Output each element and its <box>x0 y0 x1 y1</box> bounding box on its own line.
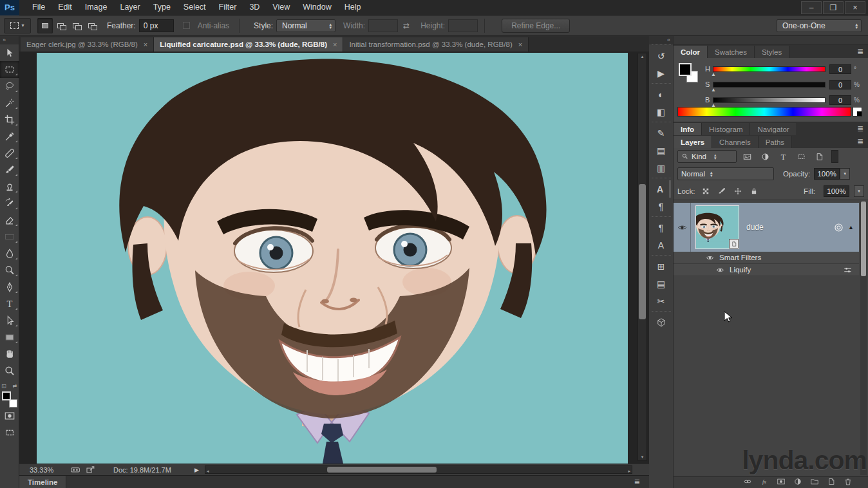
character-panel-icon[interactable]: A <box>652 180 670 198</box>
layer-filter-kind-dropdown[interactable]: Kind ▴▾ <box>677 150 737 163</box>
tab-paths[interactable]: Paths <box>759 136 792 148</box>
close-button[interactable]: × <box>845 1 865 14</box>
foreground-color-swatch[interactable] <box>679 63 692 76</box>
menu-file[interactable]: File <box>26 0 52 15</box>
crop-tool[interactable] <box>0 111 19 128</box>
add-selection-button[interactable] <box>53 18 68 33</box>
quick-mask-button[interactable] <box>0 408 19 424</box>
style-dropdown[interactable]: Normal ▴▾ <box>276 19 335 32</box>
notes-icon[interactable]: ▤ <box>652 275 670 292</box>
rectangle-shape-tool[interactable] <box>0 329 19 346</box>
canvas-area[interactable]: ▴ ▾ <box>19 52 649 464</box>
dodge-tool[interactable] <box>0 262 19 279</box>
horizontal-scrollbar[interactable]: ◂ ▸ <box>205 465 632 474</box>
lock-pixels-icon[interactable] <box>716 185 728 197</box>
close-icon[interactable]: × <box>144 41 147 48</box>
panel-menu-icon[interactable]: ≣ <box>857 137 863 146</box>
intersect-selection-button[interactable] <box>84 18 99 33</box>
subtract-selection-button[interactable] <box>68 18 84 33</box>
tab-navigator[interactable]: Navigator <box>750 123 797 135</box>
filter-type-layers-icon[interactable] <box>776 150 791 163</box>
tool-preset-picker[interactable]: ▾ <box>4 18 31 33</box>
pen-tool[interactable] <box>0 279 19 296</box>
close-icon[interactable]: × <box>518 41 522 48</box>
magic-wand-tool[interactable] <box>0 95 19 111</box>
vertical-scrollbar[interactable]: ▴ ▾ <box>637 53 647 461</box>
close-icon[interactable]: × <box>333 41 337 48</box>
zoom-tool[interactable] <box>0 362 19 379</box>
rectangular-marquee-tool[interactable] <box>0 61 19 78</box>
history-brush-tool[interactable] <box>0 195 19 212</box>
brightness-slider[interactable]: ▲ <box>713 97 826 103</box>
menu-filter[interactable]: Filter <box>212 0 243 15</box>
doc-tab-eager-clerk[interactable]: Eager clerk.jpg @ 33.3% (RGB/8) × <box>21 37 154 52</box>
tab-info[interactable]: Info <box>674 123 702 135</box>
menu-help[interactable]: Help <box>338 0 368 15</box>
history-icon[interactable]: ↺ <box>652 47 670 64</box>
measurement-tools-icon[interactable]: ✂ <box>652 292 670 310</box>
menu-view[interactable]: View <box>266 0 296 15</box>
scroll-down-icon[interactable]: ▾ <box>638 455 646 460</box>
actions-icon[interactable]: ▶ <box>652 64 670 82</box>
healing-brush-tool[interactable] <box>0 145 19 162</box>
new-selection-button[interactable] <box>37 18 53 33</box>
expand-panels-icon[interactable]: « <box>649 36 673 44</box>
blend-mode-dropdown[interactable]: Normal ▴▾ <box>677 167 774 180</box>
layer-style-fx-icon[interactable] <box>760 477 769 488</box>
vertical-scroll-thumb[interactable] <box>639 184 646 319</box>
layer-visibility-eye-icon[interactable] <box>674 203 691 252</box>
type-tool[interactable] <box>0 296 19 312</box>
color-ramp[interactable] <box>677 107 851 117</box>
feather-input[interactable] <box>139 19 174 32</box>
menu-window[interactable]: Window <box>296 0 337 15</box>
horizontal-scroll-thumb[interactable] <box>327 467 437 473</box>
layers-scrollbar[interactable] <box>860 202 867 475</box>
filter-smart-objects-icon[interactable] <box>812 150 827 163</box>
styles-icon[interactable]: ◧ <box>652 103 670 120</box>
panel-menu-icon[interactable]: ≣ <box>857 47 863 56</box>
brush-tool[interactable] <box>0 162 19 178</box>
doc-tab-initial-transformation[interactable]: Initial transformation.psd @ 33.3% (dude… <box>343 37 529 52</box>
lock-position-icon[interactable] <box>732 185 744 197</box>
lock-transparency-icon[interactable] <box>700 185 712 197</box>
tab-timeline[interactable]: Timeline <box>19 476 66 488</box>
slider-thumb-icon[interactable]: ▲ <box>711 71 716 77</box>
slider-thumb-icon[interactable]: ▲ <box>711 87 716 93</box>
share-icon[interactable] <box>86 465 96 474</box>
panel-menu-icon[interactable]: ≣ <box>634 478 640 486</box>
tab-swatches[interactable]: Swatches <box>708 46 755 58</box>
clone-stamp-tool[interactable] <box>0 178 19 195</box>
saturation-value[interactable]: 0 <box>829 80 851 89</box>
status-menu-icon[interactable]: ▶ <box>194 467 199 473</box>
tool-presets-icon[interactable]: ▥ <box>652 159 670 176</box>
minimize-button[interactable]: – <box>801 1 822 14</box>
tab-channels[interactable]: Channels <box>712 136 759 148</box>
menu-select[interactable]: Select <box>177 0 212 15</box>
filter-shape-layers-icon[interactable] <box>794 150 809 163</box>
liquify-filter-label[interactable]: Liquify <box>730 266 751 274</box>
hand-tool[interactable] <box>0 346 19 362</box>
smart-filter-badge-icon[interactable] <box>833 222 844 233</box>
brush-settings-icon[interactable]: ✎ <box>652 124 670 142</box>
paragraph-panel-icon[interactable]: ¶ <box>652 198 670 215</box>
panel-menu-icon[interactable]: ≣ <box>857 124 863 133</box>
3d-panel-icon[interactable] <box>652 314 670 331</box>
visibility-eye-icon[interactable] <box>716 266 724 274</box>
lasso-tool[interactable] <box>0 78 19 95</box>
filter-adjustment-layers-icon[interactable] <box>758 150 773 163</box>
filter-toggle-switch[interactable] <box>831 150 838 163</box>
menu-edit[interactable]: Edit <box>52 0 79 15</box>
filter-pixel-layers-icon[interactable] <box>740 150 755 163</box>
tab-color[interactable]: Color <box>674 46 708 58</box>
tab-layers[interactable]: Layers <box>674 136 712 148</box>
refine-edge-button[interactable]: Refine Edge... <box>502 19 570 33</box>
opacity-value[interactable]: 100% <box>814 168 840 180</box>
tab-styles[interactable]: Styles <box>755 46 789 58</box>
blur-tool[interactable] <box>0 245 19 262</box>
saturation-slider[interactable]: ▲ <box>713 82 826 88</box>
menu-3d[interactable]: 3D <box>243 0 266 15</box>
ramp-bw-swatch[interactable] <box>853 107 862 117</box>
foreground-color-swatch[interactable] <box>2 391 11 400</box>
eyedropper-tool[interactable] <box>0 128 19 145</box>
fill-dropdown-icon[interactable]: ▾ <box>854 185 864 197</box>
